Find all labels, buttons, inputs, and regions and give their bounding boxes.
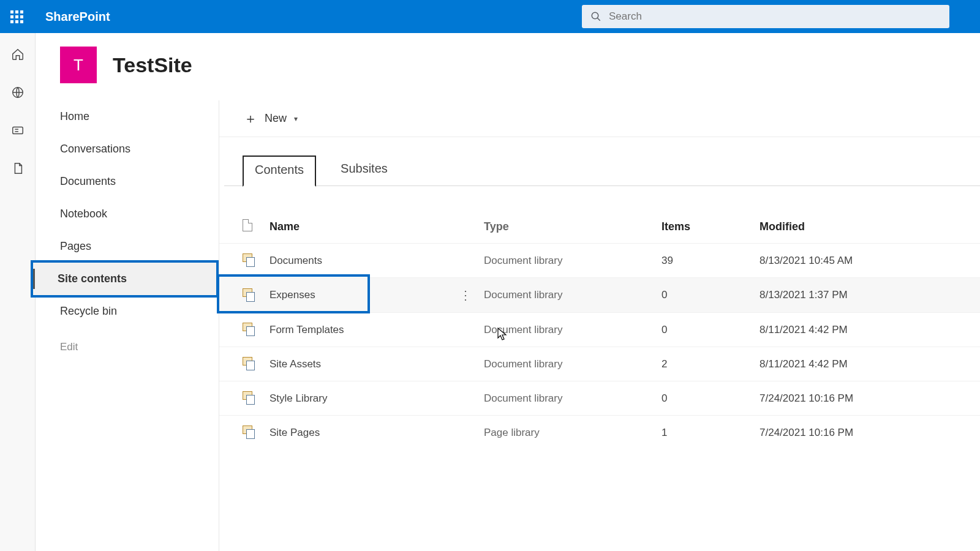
cell-items: 2 [655, 347, 753, 381]
library-icon [243, 425, 255, 437]
tab-subsites[interactable]: Subsites [330, 156, 399, 186]
table-row[interactable]: Style LibraryDocument library07/24/2021 … [219, 381, 980, 416]
nav-item-recycle-bin[interactable]: Recycle bin [36, 295, 219, 328]
nav-item-pages[interactable]: Pages [36, 230, 219, 263]
contents-table: Name Type Items Modified DocumentsDocume… [219, 211, 980, 449]
library-icon [243, 253, 255, 264]
cell-items: 0 [655, 313, 753, 347]
row-more-icon[interactable]: ⋮ [459, 288, 472, 302]
table-row[interactable]: Form TemplatesDocument library08/11/2021… [219, 313, 980, 347]
col-header-modified[interactable]: Modified [753, 211, 980, 244]
chevron-down-icon: ▾ [294, 114, 298, 123]
cell-modified: 7/24/2021 10:16 PM [753, 381, 980, 416]
site-header: T TestSite [36, 33, 980, 100]
waffle-icon [10, 10, 23, 23]
search-icon [590, 11, 601, 22]
files-icon[interactable] [10, 160, 26, 176]
cell-items: 0 [655, 278, 753, 313]
nav-item-documents[interactable]: Documents [36, 165, 219, 198]
cell-name[interactable]: Documents [263, 244, 453, 278]
cell-modified: 8/11/2021 4:42 PM [753, 313, 980, 347]
new-button[interactable]: ＋ New ▾ [244, 112, 298, 126]
cell-name[interactable]: Site Assets [263, 347, 453, 381]
left-nav: HomeConversationsDocumentsNotebookPagesS… [36, 100, 219, 551]
nav-edit-link[interactable]: Edit [36, 331, 219, 363]
main-content: ＋ New ▾ Contents Subsites Name [219, 100, 980, 551]
svg-point-0 [592, 12, 598, 19]
svg-line-1 [597, 18, 600, 21]
table-row[interactable]: Site AssetsDocument library28/11/2021 4:… [219, 347, 980, 381]
search-input[interactable] [609, 10, 941, 23]
nav-item-site-contents[interactable]: Site contents [33, 263, 216, 295]
cell-name[interactable]: Style Library [263, 381, 453, 416]
nav-item-conversations[interactable]: Conversations [36, 133, 219, 165]
cell-name[interactable]: Form Templates [263, 313, 453, 347]
cell-modified: 8/11/2021 4:42 PM [753, 347, 980, 381]
library-icon [243, 323, 255, 334]
cell-type: Document library [478, 313, 655, 347]
news-icon[interactable] [10, 122, 26, 138]
svg-rect-3 [12, 127, 23, 134]
cell-name[interactable]: Expenses [263, 278, 453, 313]
cell-type: Document library [478, 347, 655, 381]
nav-item-home[interactable]: Home [36, 100, 219, 133]
cell-items: 0 [655, 381, 753, 416]
doc-type-header-icon [243, 219, 252, 231]
cell-type: Document library [478, 278, 655, 313]
globe-icon[interactable] [10, 84, 26, 100]
col-header-type[interactable]: Type [478, 211, 655, 244]
cell-items: 39 [655, 244, 753, 278]
search-box[interactable] [582, 5, 949, 28]
cell-modified: 8/13/2021 10:45 AM [753, 244, 980, 278]
app-launcher-icon[interactable] [6, 6, 27, 27]
highlight-site-contents: Site contents [31, 260, 219, 298]
home-icon[interactable] [10, 47, 26, 62]
cell-type: Document library [478, 244, 655, 278]
cell-items: 1 [655, 416, 753, 450]
cell-type: Document library [478, 381, 655, 416]
library-icon [243, 357, 255, 368]
col-header-name[interactable]: Name [263, 211, 453, 244]
table-row[interactable]: DocumentsDocument library398/13/2021 10:… [219, 244, 980, 278]
cell-modified: 8/13/2021 1:37 PM [753, 278, 980, 313]
library-icon [243, 391, 255, 402]
nav-item-notebook[interactable]: Notebook [36, 198, 219, 230]
command-bar: ＋ New ▾ [219, 100, 980, 137]
library-icon [243, 288, 255, 299]
tab-contents[interactable]: Contents [243, 156, 316, 187]
pivot-tabs: Contents Subsites [224, 137, 980, 186]
site-title[interactable]: TestSite [113, 53, 192, 77]
cell-name[interactable]: Site Pages [263, 416, 453, 450]
brand-label[interactable]: SharePoint [45, 10, 110, 24]
site-logo[interactable]: T [60, 47, 97, 83]
table-row[interactable]: Expenses⋮Document library08/13/2021 1:37… [219, 278, 980, 313]
col-header-items[interactable]: Items [655, 211, 753, 244]
plus-icon: ＋ [244, 112, 257, 126]
cell-type: Page library [478, 416, 655, 450]
suite-header: SharePoint [0, 0, 980, 33]
table-row[interactable]: Site PagesPage library17/24/2021 10:16 P… [219, 416, 980, 450]
new-button-label: New [265, 112, 287, 125]
cell-modified: 7/24/2021 10:16 PM [753, 416, 980, 450]
